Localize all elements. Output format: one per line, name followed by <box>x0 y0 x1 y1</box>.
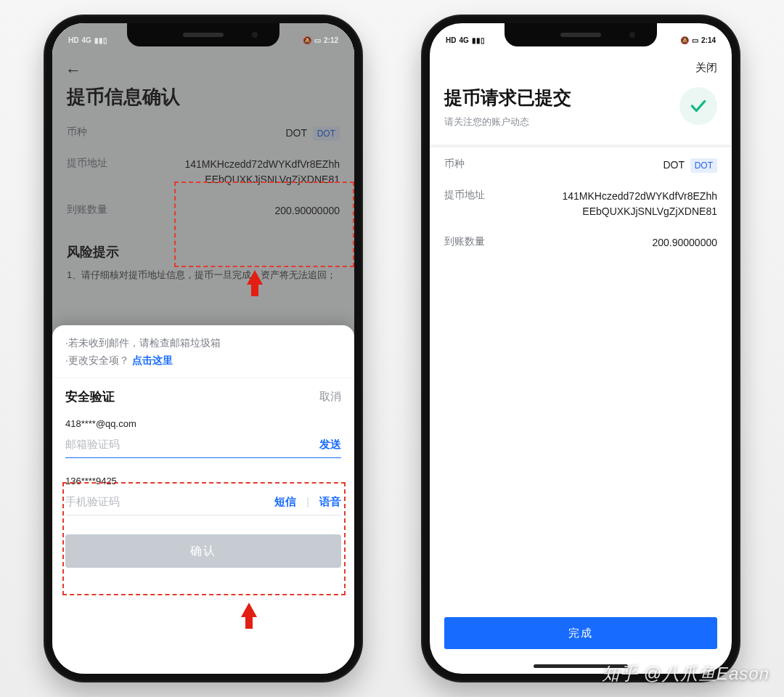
withdraw-submitted-page: 关闭 提币请求已提交 请关注您的账户动态 币种 DOT DOT <box>430 23 732 674</box>
hint-change-security: ·更改安全项？ 点击这里 <box>65 354 341 367</box>
send-voice-button[interactable]: 语音 <box>319 495 341 509</box>
phone-code-placeholder: 手机验证码 <box>65 495 120 509</box>
email-code-input[interactable]: 邮箱验证码 发送 <box>65 429 341 458</box>
network-icon: 4G <box>459 36 468 44</box>
done-button[interactable]: 完成 <box>444 617 717 649</box>
page-subtitle: 请关注您的账户动态 <box>444 115 571 129</box>
phone-mock-left: HD 4G ▮▮▯ 🔕 ▭ 2:12 ← 提币信息确认 币种 <box>44 15 363 682</box>
dnd-icon: 🔕 <box>680 36 689 44</box>
chain-badge: DOT <box>690 158 717 173</box>
send-sms-button[interactable]: 短信 <box>274 495 296 509</box>
label-address: 提币地址 <box>444 189 485 202</box>
annotation-arrow-up-icon <box>247 270 263 285</box>
divider: | <box>306 495 309 509</box>
screen-left: HD 4G ▮▮▯ 🔕 ▭ 2:12 ← 提币信息确认 币种 <box>52 23 354 674</box>
label-amount: 到账数量 <box>444 235 485 248</box>
confirm-button[interactable]: 确认 <box>65 534 341 568</box>
carrier-badge: HD <box>68 36 78 44</box>
phone-masked: 136****9425 <box>65 476 341 486</box>
email-code-placeholder: 邮箱验证码 <box>65 438 120 452</box>
phone-mock-right: HD 4G ▮▮▯ 🔕 ▭ 2:14 关闭 提币请求已提交 请关注您的账户动态 <box>421 15 740 682</box>
sheet-title: 安全验证 <box>65 388 115 405</box>
watermark: 知乎 @八爪鱼Eason <box>602 662 769 685</box>
dnd-icon: 🔕 <box>303 36 311 44</box>
section-divider <box>430 144 732 147</box>
battery-icon: ▭ <box>314 36 321 44</box>
phone-code-input[interactable]: 手机验证码 短信 | 语音 <box>65 486 341 515</box>
value-address: 141MKHczedd72dWYKdfVr8EZhh EEbQUXKJjSNLV… <box>563 189 717 219</box>
hint-check-spam: ·若未收到邮件，请检查邮箱垃圾箱 <box>65 337 341 350</box>
label-coin: 币种 <box>444 158 465 171</box>
page-title: 提币请求已提交 <box>444 86 571 110</box>
signal-icon: ▮▮▯ <box>94 36 107 44</box>
clock: 2:12 <box>324 36 338 44</box>
security-verify-sheet: ·若未收到邮件，请检查邮箱垃圾箱 ·更改安全项？ 点击这里 安全验证 取消 41… <box>52 325 354 674</box>
network-icon: 4G <box>81 36 91 44</box>
notch <box>127 23 279 46</box>
success-check-icon <box>679 87 717 125</box>
send-email-code-button[interactable]: 发送 <box>319 438 341 452</box>
notch <box>505 23 657 46</box>
value-coin: DOT DOT <box>663 158 717 173</box>
close-button[interactable]: 关闭 <box>695 61 717 75</box>
clock: 2:14 <box>701 36 716 44</box>
battery-icon: ▭ <box>692 36 698 44</box>
carrier-badge: HD <box>446 36 456 44</box>
cancel-button[interactable]: 取消 <box>319 390 341 404</box>
annotation-arrow-up-icon <box>241 603 257 617</box>
screen-right: HD 4G ▮▮▯ 🔕 ▭ 2:14 关闭 提币请求已提交 请关注您的账户动态 <box>430 23 732 674</box>
value-amount: 200.90000000 <box>652 235 717 250</box>
email-masked: 418****@qq.com <box>65 418 341 429</box>
signal-icon: ▮▮▯ <box>472 36 485 44</box>
change-security-link[interactable]: 点击这里 <box>132 354 173 366</box>
